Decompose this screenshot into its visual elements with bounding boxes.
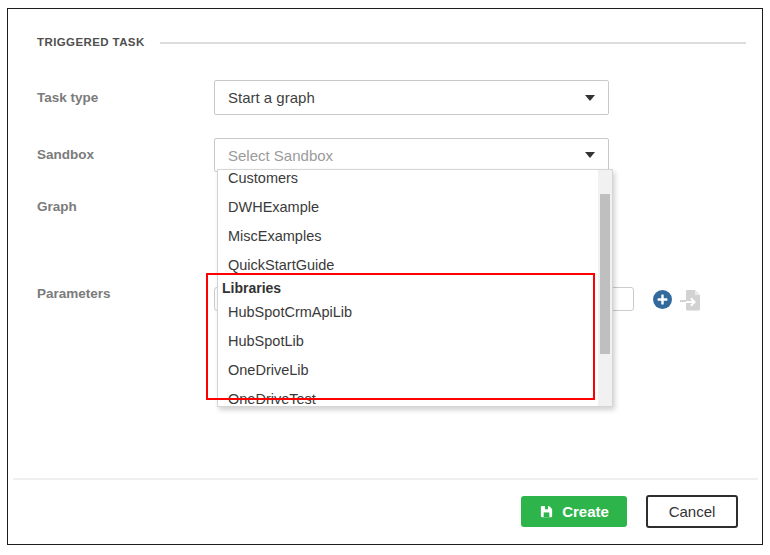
dropdown-options: Customers DWHExample MiscExamples QuickS… <box>218 169 598 407</box>
task-type-value: Start a graph <box>228 89 315 106</box>
dropdown-option[interactable]: QuickStartGuide <box>218 250 598 279</box>
sandbox-placeholder: Select Sandbox <box>228 147 333 164</box>
parameters-label: Parameters <box>37 286 111 302</box>
import-parameters-button[interactable] <box>678 288 702 312</box>
task-type-select[interactable]: Start a graph <box>214 80 609 115</box>
dropdown-option[interactable]: OneDriveLib <box>218 355 598 384</box>
dropdown-option[interactable]: MiscExamples <box>218 221 598 250</box>
dropdown-option[interactable]: DWHExample <box>218 192 598 221</box>
dropdown-option[interactable]: Customers <box>218 169 598 192</box>
sandbox-dropdown-list: Customers DWHExample MiscExamples QuickS… <box>217 169 613 407</box>
task-type-label: Task type <box>37 90 98 106</box>
triggered-task-dialog: TRIGGERED TASK Task type Start a graph S… <box>7 8 763 545</box>
add-parameter-button[interactable] <box>653 290 672 309</box>
plus-circle-icon <box>653 290 672 309</box>
floppy-disk-icon <box>539 504 554 519</box>
graph-label: Graph <box>37 199 77 215</box>
sandbox-select[interactable]: Select Sandbox <box>214 138 609 172</box>
dropdown-group-label: Libraries <box>218 279 598 297</box>
section-title: TRIGGERED TASK <box>37 36 145 48</box>
sandbox-label: Sandbox <box>37 147 94 163</box>
create-button[interactable]: Create <box>521 496 627 527</box>
footer-divider <box>13 478 758 480</box>
caret-down-icon <box>585 152 595 158</box>
file-import-icon <box>678 288 702 312</box>
cancel-button[interactable]: Cancel <box>646 495 738 528</box>
dropdown-option[interactable]: HubSpotLib <box>218 326 598 355</box>
create-button-label: Create <box>562 503 609 520</box>
dropdown-option[interactable]: OneDriveTest <box>218 384 598 407</box>
cancel-button-label: Cancel <box>669 503 716 520</box>
caret-down-icon <box>585 95 595 101</box>
dropdown-scrollbar-thumb[interactable] <box>600 194 610 354</box>
section-divider <box>160 42 746 44</box>
dropdown-option[interactable]: HubSpotCrmApiLib <box>218 297 598 326</box>
dropdown-scrollbar-track[interactable] <box>598 170 612 406</box>
screenshot-page: TRIGGERED TASK Task type Start a graph S… <box>0 0 770 555</box>
